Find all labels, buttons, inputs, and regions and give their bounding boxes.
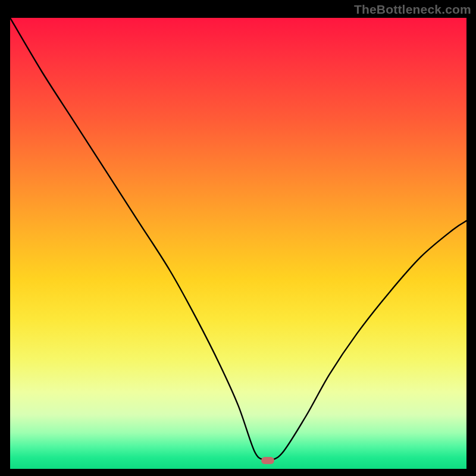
watermark-text: TheBottleneck.com (354, 2, 471, 17)
plot-area (10, 18, 466, 469)
chart-stage: TheBottleneck.com (0, 0, 476, 476)
curve-path (10, 18, 466, 461)
bottleneck-curve (10, 18, 466, 469)
optimal-point-marker (261, 457, 274, 464)
